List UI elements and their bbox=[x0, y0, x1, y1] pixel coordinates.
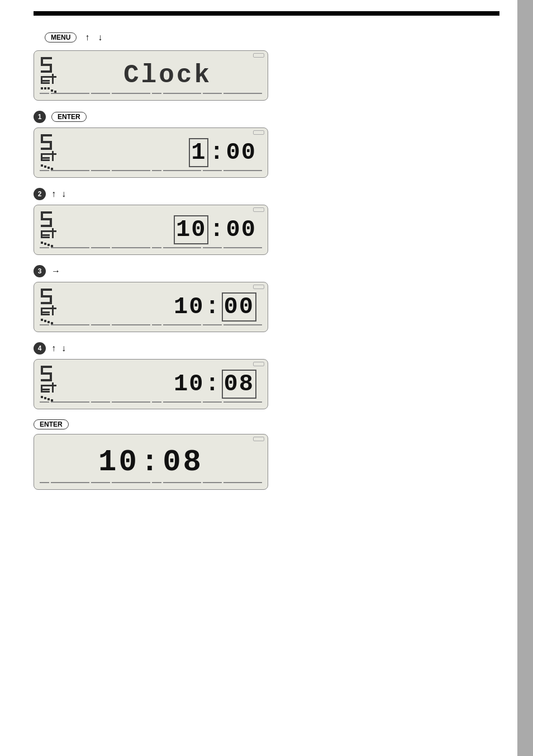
down-arrow-2: ↓ bbox=[61, 189, 66, 199]
section-step-4: 4 ↑ ↓ bbox=[34, 342, 499, 409]
svg-rect-43 bbox=[44, 243, 46, 245]
svg-rect-41 bbox=[50, 230, 56, 232]
lcd-display-1: 1 : 00 bbox=[34, 127, 268, 178]
up-arrow-top: ↑ bbox=[85, 32, 89, 42]
hour-3: 10 bbox=[174, 294, 204, 320]
time-display-1: 1 : 00 bbox=[73, 138, 262, 167]
top-bar bbox=[34, 11, 499, 16]
set-graphic-2 bbox=[40, 210, 73, 249]
lcd-display-final: 10 : 08 bbox=[34, 434, 268, 490]
svg-rect-49 bbox=[50, 295, 52, 302]
time-text-1: 1 : 00 bbox=[189, 138, 256, 167]
time-text-4: 10 : 08 bbox=[174, 370, 256, 399]
step-circle-2: 2 bbox=[34, 188, 46, 200]
clock-label-display: Clock bbox=[73, 61, 262, 90]
svg-rect-64 bbox=[50, 372, 52, 379]
svg-rect-10 bbox=[50, 76, 56, 78]
enter-button-1[interactable]: ENTER bbox=[51, 112, 87, 122]
min-1: 00 bbox=[226, 139, 256, 166]
svg-rect-9 bbox=[52, 74, 54, 84]
svg-rect-19 bbox=[50, 141, 52, 148]
svg-rect-3 bbox=[50, 64, 52, 70]
set-graphic-1 bbox=[40, 133, 73, 172]
menu-button[interactable]: MENU bbox=[45, 32, 77, 42]
down-arrow-4: ↓ bbox=[61, 343, 66, 353]
svg-rect-56 bbox=[50, 308, 56, 309]
hour-blink-1: 1 bbox=[189, 138, 208, 167]
up-arrow-4: ↑ bbox=[51, 343, 56, 353]
svg-rect-58 bbox=[44, 320, 46, 322]
svg-rect-50 bbox=[41, 302, 52, 304]
lcd-dashes-4 bbox=[40, 400, 262, 404]
svg-rect-25 bbox=[52, 151, 54, 161]
time-display-4: 10 : 08 bbox=[73, 370, 262, 399]
svg-rect-7 bbox=[41, 80, 50, 82]
lcd-display-2: 10 : 00 bbox=[34, 205, 268, 255]
up-arrow-2: ↑ bbox=[51, 189, 56, 199]
svg-rect-39 bbox=[41, 237, 50, 238]
svg-rect-13 bbox=[47, 87, 50, 89]
enter-button-final[interactable]: ENTER bbox=[34, 419, 69, 429]
top-instruction: MENU ↑ ↓ bbox=[34, 32, 499, 42]
svg-rect-62 bbox=[41, 366, 43, 372]
page-container: MENU ↑ ↓ bbox=[0, 0, 533, 756]
step2-instruction: 2 ↑ ↓ bbox=[34, 188, 499, 200]
svg-rect-24 bbox=[41, 159, 50, 161]
min-final: 08 bbox=[163, 445, 203, 479]
svg-rect-69 bbox=[41, 391, 50, 393]
svg-rect-70 bbox=[52, 382, 54, 393]
section-step-1: 1 ENTER bbox=[34, 111, 499, 178]
section-clock-label: Clock bbox=[34, 50, 499, 101]
svg-rect-26 bbox=[50, 153, 56, 155]
step-circle-1: 1 bbox=[34, 111, 46, 123]
svg-rect-34 bbox=[50, 218, 52, 225]
down-arrow-top: ↓ bbox=[98, 32, 102, 42]
section-final: ENTER 10 : 08 bbox=[34, 419, 499, 490]
svg-rect-12 bbox=[44, 87, 46, 89]
set-graphic-3 bbox=[40, 287, 73, 327]
svg-rect-32 bbox=[41, 211, 43, 218]
svg-rect-35 bbox=[41, 225, 52, 227]
svg-rect-42 bbox=[41, 242, 43, 244]
svg-rect-72 bbox=[41, 396, 43, 398]
svg-rect-23 bbox=[41, 157, 50, 159]
section-step-3: 3 → bbox=[34, 265, 499, 332]
svg-rect-54 bbox=[41, 314, 50, 315]
hour-4: 10 bbox=[174, 371, 204, 398]
set-graphic-0 bbox=[40, 56, 73, 95]
svg-rect-57 bbox=[41, 319, 43, 321]
svg-rect-17 bbox=[41, 134, 43, 141]
time-display-2: 10 : 00 bbox=[73, 215, 262, 244]
svg-rect-47 bbox=[41, 289, 43, 295]
colon-final: : bbox=[141, 445, 161, 479]
hour-final: 10 bbox=[98, 445, 139, 479]
svg-rect-38 bbox=[41, 234, 50, 236]
clock-label-text: Clock bbox=[73, 61, 256, 90]
svg-rect-1 bbox=[41, 57, 43, 64]
svg-rect-73 bbox=[44, 397, 46, 399]
lcd-display-4: 10 : 08 bbox=[34, 359, 268, 409]
right-sidebar-bar bbox=[517, 0, 533, 756]
set-graphic-4 bbox=[40, 365, 73, 404]
step-circle-3: 3 bbox=[34, 265, 46, 277]
colon-4: : bbox=[205, 371, 220, 398]
lcd-display-0: Clock bbox=[34, 50, 268, 101]
hour-blink-2: 10 bbox=[174, 215, 208, 244]
svg-rect-68 bbox=[41, 389, 50, 390]
time-display-3: 10 : 00 bbox=[73, 292, 262, 322]
lcd-dashes-2 bbox=[40, 245, 262, 250]
svg-rect-55 bbox=[52, 305, 54, 315]
time-text-2: 10 : 00 bbox=[174, 215, 256, 244]
time-text-final: 10 : 08 bbox=[98, 445, 203, 479]
min-blink-4: 08 bbox=[222, 370, 256, 399]
time-text-3: 10 : 00 bbox=[174, 292, 256, 322]
svg-rect-53 bbox=[41, 311, 50, 313]
lcd-dashes-3 bbox=[40, 323, 262, 327]
lcd-display-3: 10 : 00 bbox=[34, 282, 268, 332]
colon-1: : bbox=[210, 139, 225, 166]
min-2: 00 bbox=[226, 216, 256, 243]
colon-3: : bbox=[205, 294, 220, 320]
final-instruction: ENTER bbox=[34, 419, 499, 429]
step3-instruction: 3 → bbox=[34, 265, 499, 277]
svg-rect-71 bbox=[50, 385, 56, 386]
